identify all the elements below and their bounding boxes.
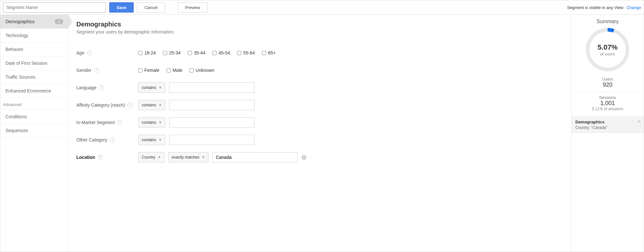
users-stat: Users 920 bbox=[572, 74, 644, 91]
sidebar-item-label: Traffic Sources bbox=[5, 74, 35, 80]
label-gender: Gender bbox=[76, 68, 91, 73]
sidebar-badge: 1 bbox=[55, 19, 63, 24]
checkbox[interactable] bbox=[138, 51, 142, 55]
checkbox-label: Female bbox=[144, 68, 159, 73]
page-subtitle: Segment your users by demographic inform… bbox=[76, 29, 563, 34]
sidebar-item-label: Conditions bbox=[5, 114, 27, 119]
help-icon[interactable]: ? bbox=[99, 85, 104, 90]
sidebar-item-label: Sequences bbox=[5, 128, 28, 133]
checkbox-label: 45-54 bbox=[218, 50, 230, 55]
checkbox[interactable] bbox=[262, 51, 266, 55]
other-input[interactable] bbox=[169, 135, 255, 145]
checkbox-label: 55-64 bbox=[243, 50, 255, 55]
sidebar-item-first-session[interactable]: Date of First Session bbox=[0, 56, 68, 70]
help-icon[interactable]: ? bbox=[128, 102, 133, 108]
sidebar-item-behavior[interactable]: Behavior bbox=[0, 43, 68, 56]
help-icon[interactable]: ? bbox=[117, 120, 122, 125]
inmarket-input[interactable] bbox=[169, 117, 255, 128]
sidebar-item-sequences[interactable]: Sequences bbox=[0, 124, 68, 138]
change-link[interactable]: Change bbox=[626, 5, 641, 10]
age-35-44[interactable]: 35-44 bbox=[188, 50, 206, 55]
row-other: Other Category? contains▼ bbox=[76, 131, 563, 149]
checkbox[interactable] bbox=[163, 51, 167, 55]
clear-location-icon[interactable]: ✕ bbox=[302, 155, 306, 160]
age-45-54[interactable]: 45-54 bbox=[212, 50, 230, 55]
checkbox-label: Male bbox=[173, 68, 182, 73]
row-inmarket: In-Market Segment? contains▼ bbox=[76, 114, 563, 131]
sidebar-item-label: Behavior bbox=[5, 47, 23, 52]
gauge-subtitle: of users bbox=[600, 52, 615, 56]
chevron-down-icon: ▼ bbox=[159, 86, 162, 89]
sidebar: Demographics 1 Technology Behavior Date … bbox=[0, 15, 69, 252]
inmarket-op-select[interactable]: contains▼ bbox=[138, 117, 165, 128]
chevron-down-icon: ▼ bbox=[158, 156, 161, 159]
location-dim-select[interactable]: Country▼ bbox=[138, 152, 164, 162]
gender-unknown[interactable]: Unknown bbox=[189, 68, 214, 73]
chevron-down-icon: ▼ bbox=[159, 121, 162, 124]
main-panel: Demographics Segment your users by demog… bbox=[69, 15, 571, 252]
remove-filter-icon[interactable]: ✕ bbox=[637, 119, 641, 124]
preview-button[interactable]: Preview bbox=[178, 2, 207, 13]
gender-female[interactable]: Female bbox=[138, 68, 159, 73]
checkbox[interactable] bbox=[138, 68, 142, 73]
cancel-button[interactable]: Cancel bbox=[137, 2, 165, 13]
row-location: Location? Country▼ exactly matches▼ ✕ bbox=[76, 149, 563, 166]
affinity-input[interactable] bbox=[169, 100, 255, 110]
visibility-label: Segment is visible in any View bbox=[567, 5, 623, 10]
row-gender: Gender? Female Male Unknown bbox=[76, 62, 563, 79]
sidebar-item-label: Date of First Session bbox=[5, 61, 47, 66]
summary-panel: Summary 5.07% of users Users 920 bbox=[571, 15, 644, 252]
age-65plus[interactable]: 65+ bbox=[262, 50, 276, 55]
language-input[interactable] bbox=[169, 82, 255, 93]
select-value: contains bbox=[142, 85, 156, 90]
sidebar-item-traffic-sources[interactable]: Traffic Sources bbox=[0, 70, 68, 84]
select-value: contains bbox=[142, 120, 156, 125]
chevron-down-icon: ▼ bbox=[159, 138, 162, 141]
help-icon[interactable]: ? bbox=[94, 68, 99, 73]
help-icon[interactable]: ? bbox=[87, 50, 92, 55]
sidebar-item-label: Technology bbox=[5, 33, 28, 38]
help-icon[interactable]: ? bbox=[98, 155, 103, 160]
save-button[interactable]: Save bbox=[109, 2, 134, 13]
users-gauge: 5.07% of users bbox=[585, 27, 630, 72]
affinity-op-select[interactable]: contains▼ bbox=[138, 100, 165, 110]
checkbox[interactable] bbox=[188, 51, 192, 55]
select-value: Country bbox=[142, 155, 155, 160]
sidebar-item-label: Demographics bbox=[5, 19, 34, 24]
sessions-sub: 5.11% of sessions bbox=[575, 107, 640, 111]
filter-title: Demographics bbox=[575, 120, 640, 124]
gauge-percent: 5.07% bbox=[598, 43, 618, 52]
checkbox-label: 35-44 bbox=[194, 50, 206, 55]
select-value: contains bbox=[142, 103, 156, 107]
help-icon[interactable]: ? bbox=[110, 137, 115, 142]
sessions-label: Sessions bbox=[575, 95, 640, 100]
sidebar-item-conditions[interactable]: Conditions bbox=[0, 110, 68, 124]
sessions-stat: Sessions 1,001 5.11% of sessions bbox=[572, 92, 644, 114]
age-25-34[interactable]: 25-34 bbox=[163, 50, 181, 55]
checkbox-label: 25-34 bbox=[169, 50, 181, 55]
location-op-select[interactable]: exactly matches▼ bbox=[168, 152, 208, 162]
sidebar-item-enhanced-ecommerce[interactable]: Enhanced Ecommerce bbox=[0, 84, 68, 98]
sidebar-item-technology[interactable]: Technology bbox=[0, 29, 68, 43]
sidebar-heading-advanced: Advanced bbox=[0, 98, 68, 110]
users-value: 920 bbox=[575, 82, 640, 88]
sidebar-item-demographics[interactable]: Demographics 1 bbox=[0, 15, 68, 29]
checkbox[interactable] bbox=[212, 51, 216, 55]
label-other: Other Category bbox=[76, 137, 107, 142]
segment-name-input[interactable] bbox=[3, 2, 106, 13]
checkbox[interactable] bbox=[237, 51, 241, 55]
row-language: Language? contains▼ bbox=[76, 79, 563, 96]
checkbox[interactable] bbox=[189, 68, 194, 73]
other-op-select[interactable]: contains▼ bbox=[138, 135, 165, 145]
sidebar-item-label: Enhanced Ecommerce bbox=[5, 88, 51, 93]
checkbox-label: 18-24 bbox=[144, 50, 156, 55]
select-value: exactly matches bbox=[172, 155, 199, 160]
visibility-text: Segment is visible in any View Change bbox=[567, 5, 641, 10]
language-op-select[interactable]: contains▼ bbox=[138, 82, 165, 93]
summary-title: Summary bbox=[572, 15, 644, 26]
checkbox[interactable] bbox=[167, 68, 171, 73]
age-18-24[interactable]: 18-24 bbox=[138, 50, 156, 55]
age-55-64[interactable]: 55-64 bbox=[237, 50, 255, 55]
gender-male[interactable]: Male bbox=[167, 68, 182, 73]
location-input[interactable] bbox=[212, 152, 298, 162]
